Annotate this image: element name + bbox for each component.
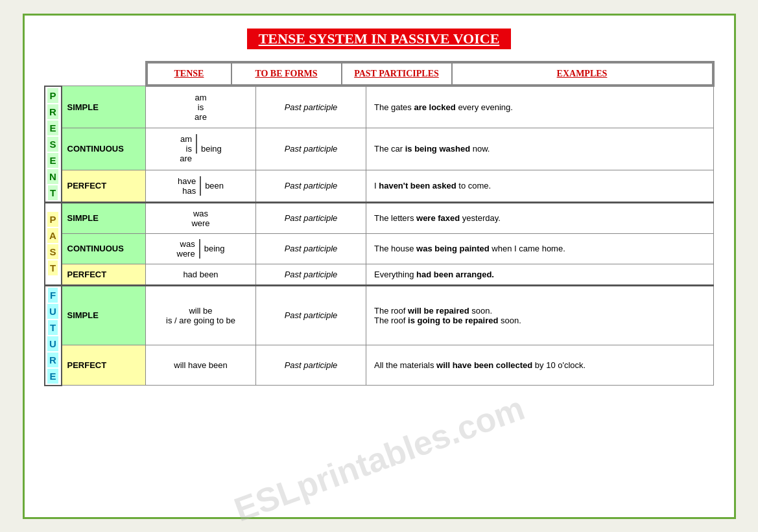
pastpart-cell-present-1: Past participle [256, 128, 366, 170]
tense-cell-past-0: SIMPLE [62, 202, 146, 233]
example-cell-present-2: I haven't been asked to come. [366, 170, 714, 202]
section-outer-label-present: PRESENT [45, 86, 62, 203]
example-cell-present-1: The car is being washed now. [366, 128, 714, 170]
section-outer-label-past: PAST [45, 202, 62, 285]
tobe-cell-future-0: will beis / are going to be [146, 285, 256, 345]
tense-cell-future-1: PERFECT [62, 345, 146, 386]
pastpart-cell-future-1: Past participle [256, 345, 366, 386]
outer-table: TENSE TO BE FORMS PAST PARTICIPLES EXAMP… [44, 61, 715, 386]
example-cell-future-1: All the materials will have been collect… [366, 345, 714, 386]
page: TENSE SYSTEM IN PASSIVE VOICE TENSE TO B… [23, 14, 736, 519]
example-cell-past-0: The letters were faxed yesterday. [366, 202, 714, 233]
col-header-examples: EXAMPLES [452, 63, 713, 85]
example-cell-future-0: The roof will be repaired soon.The roof … [366, 285, 714, 345]
tobe-cell-present-0: amisare [146, 86, 256, 128]
tobe-cell-past-0: waswere [146, 202, 256, 233]
pastpart-cell-present-0: Past participle [256, 86, 366, 128]
pastpart-cell-present-2: Past participle [256, 170, 366, 202]
example-cell-past-1: The house was being painted when I came … [366, 233, 714, 264]
tobe-cell-present-1: amisarebeing [146, 128, 256, 170]
tobe-cell-present-2: havehasbeen [146, 170, 256, 202]
tense-cell-past-1: CONTINUOUS [62, 233, 146, 264]
pastpart-cell-past-2: Past participle [256, 264, 366, 285]
tobe-cell-past-1: waswerebeing [146, 233, 256, 264]
example-cell-past-2: Everything had been arranged. [366, 264, 714, 285]
main-title: TENSE SYSTEM IN PASSIVE VOICE [44, 29, 715, 49]
tense-cell-past-2: PERFECT [62, 264, 146, 285]
section-outer-label-future: FUTURE [45, 285, 62, 386]
col-header-tobeforms: TO BE FORMS [231, 63, 342, 85]
pastpart-cell-past-0: Past participle [256, 202, 366, 233]
pastpart-cell-past-1: Past participle [256, 233, 366, 264]
tobe-cell-past-2: had been [146, 264, 256, 285]
watermark: ESLprintables.com [229, 388, 529, 529]
tobe-cell-future-1: will have been [146, 345, 256, 386]
tense-cell-future-0: SIMPLE [62, 285, 146, 345]
col-header-pastpart: PAST PARTICIPLES [342, 63, 452, 85]
pastpart-cell-future-0: Past participle [256, 285, 366, 345]
tense-cell-present-2: PERFECT [62, 170, 146, 202]
title-text: TENSE SYSTEM IN PASSIVE VOICE [247, 29, 512, 49]
tense-cell-present-0: SIMPLE [62, 86, 146, 128]
example-cell-present-0: The gates are locked every evening. [366, 86, 714, 128]
col-header-tense: TENSE [147, 63, 231, 85]
tense-cell-present-1: CONTINUOUS [62, 128, 146, 170]
